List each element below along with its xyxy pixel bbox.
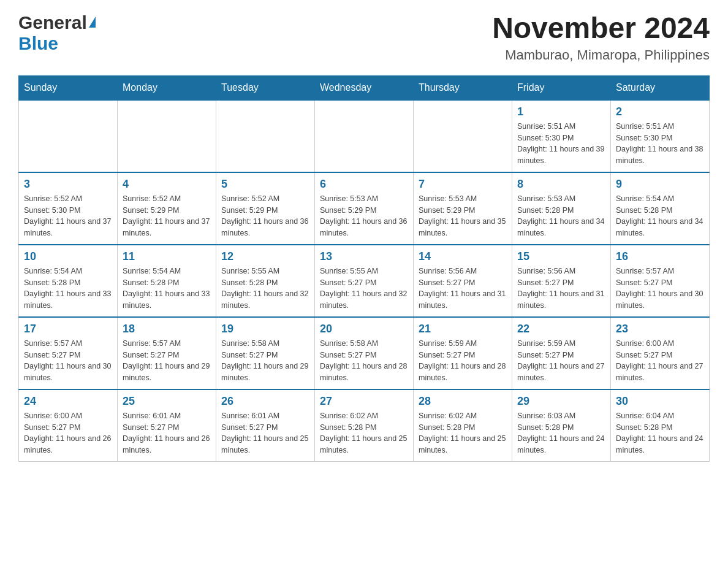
table-row: 11Sunrise: 5:54 AMSunset: 5:28 PMDayligh… — [118, 245, 216, 317]
table-row: 19Sunrise: 5:58 AMSunset: 5:27 PMDayligh… — [216, 317, 315, 389]
day-number: 13 — [320, 250, 408, 263]
day-number: 7 — [419, 178, 507, 191]
day-info: Sunrise: 5:54 AMSunset: 5:28 PMDaylight:… — [24, 266, 112, 312]
table-row: 29Sunrise: 6:03 AMSunset: 5:28 PMDayligh… — [512, 389, 611, 462]
table-row: 21Sunrise: 5:59 AMSunset: 5:27 PMDayligh… — [414, 317, 512, 389]
logo-blue-text: Blue — [18, 33, 58, 53]
day-info: Sunrise: 6:04 AMSunset: 5:28 PMDaylight:… — [616, 410, 704, 456]
header-thursday: Thursday — [414, 75, 512, 100]
day-info: Sunrise: 5:57 AMSunset: 5:27 PMDaylight:… — [616, 266, 704, 312]
day-number: 25 — [123, 395, 211, 408]
table-row: 16Sunrise: 5:57 AMSunset: 5:27 PMDayligh… — [611, 245, 710, 317]
day-number: 8 — [517, 178, 605, 191]
calendar-title: November 2024 — [492, 12, 710, 45]
header-saturday: Saturday — [611, 75, 710, 100]
table-row: 14Sunrise: 5:56 AMSunset: 5:27 PMDayligh… — [414, 245, 512, 317]
table-row: 20Sunrise: 5:58 AMSunset: 5:27 PMDayligh… — [315, 317, 414, 389]
table-row — [118, 100, 216, 172]
day-number: 29 — [517, 395, 605, 408]
header-friday: Friday — [512, 75, 611, 100]
table-row: 7Sunrise: 5:53 AMSunset: 5:29 PMDaylight… — [414, 172, 512, 245]
day-number: 11 — [123, 250, 211, 263]
table-row: 2Sunrise: 5:51 AMSunset: 5:30 PMDaylight… — [611, 100, 710, 172]
day-info: Sunrise: 5:52 AMSunset: 5:29 PMDaylight:… — [123, 193, 211, 239]
header-wednesday: Wednesday — [315, 75, 414, 100]
table-row: 6Sunrise: 5:53 AMSunset: 5:29 PMDaylight… — [315, 172, 414, 245]
day-info: Sunrise: 5:51 AMSunset: 5:30 PMDaylight:… — [517, 121, 605, 167]
day-number: 20 — [320, 323, 408, 335]
day-info: Sunrise: 5:53 AMSunset: 5:29 PMDaylight:… — [419, 193, 507, 239]
day-info: Sunrise: 6:02 AMSunset: 5:28 PMDaylight:… — [320, 410, 408, 456]
table-row: 13Sunrise: 5:55 AMSunset: 5:27 PMDayligh… — [315, 245, 414, 317]
day-info: Sunrise: 5:52 AMSunset: 5:29 PMDaylight:… — [221, 193, 309, 239]
day-info: Sunrise: 5:53 AMSunset: 5:28 PMDaylight:… — [517, 193, 605, 239]
day-number: 4 — [123, 178, 211, 191]
day-info: Sunrise: 6:02 AMSunset: 5:28 PMDaylight:… — [419, 410, 507, 456]
day-info: Sunrise: 5:51 AMSunset: 5:30 PMDaylight:… — [616, 121, 704, 167]
day-number: 5 — [221, 178, 309, 191]
day-number: 16 — [616, 250, 704, 263]
calendar-table: Sunday Monday Tuesday Wednesday Thursday… — [18, 75, 710, 462]
day-number: 19 — [221, 323, 309, 335]
day-info: Sunrise: 5:53 AMSunset: 5:29 PMDaylight:… — [320, 193, 408, 239]
day-number: 2 — [616, 105, 704, 118]
table-row: 30Sunrise: 6:04 AMSunset: 5:28 PMDayligh… — [611, 389, 710, 462]
day-info: Sunrise: 5:57 AMSunset: 5:27 PMDaylight:… — [24, 338, 112, 384]
day-number: 1 — [517, 105, 605, 118]
day-info: Sunrise: 6:00 AMSunset: 5:27 PMDaylight:… — [24, 410, 112, 456]
week-row-1: 1Sunrise: 5:51 AMSunset: 5:30 PMDaylight… — [19, 100, 710, 172]
day-number: 24 — [24, 395, 112, 408]
day-info: Sunrise: 5:54 AMSunset: 5:28 PMDaylight:… — [123, 266, 211, 312]
day-info: Sunrise: 5:55 AMSunset: 5:28 PMDaylight:… — [221, 266, 309, 312]
table-row: 18Sunrise: 5:57 AMSunset: 5:27 PMDayligh… — [118, 317, 216, 389]
calendar-subtitle: Mamburao, Mimaropa, Philippines — [492, 47, 710, 63]
day-number: 26 — [221, 395, 309, 408]
week-row-2: 3Sunrise: 5:52 AMSunset: 5:30 PMDaylight… — [19, 172, 710, 245]
day-info: Sunrise: 6:00 AMSunset: 5:27 PMDaylight:… — [616, 338, 704, 384]
day-info: Sunrise: 5:59 AMSunset: 5:27 PMDaylight:… — [419, 338, 507, 384]
day-number: 10 — [24, 250, 112, 263]
day-info: Sunrise: 5:52 AMSunset: 5:30 PMDaylight:… — [24, 193, 112, 239]
table-row: 12Sunrise: 5:55 AMSunset: 5:28 PMDayligh… — [216, 245, 315, 317]
table-row — [315, 100, 414, 172]
table-row — [19, 100, 118, 172]
table-row: 25Sunrise: 6:01 AMSunset: 5:27 PMDayligh… — [118, 389, 216, 462]
table-row: 26Sunrise: 6:01 AMSunset: 5:27 PMDayligh… — [216, 389, 315, 462]
day-info: Sunrise: 5:54 AMSunset: 5:28 PMDaylight:… — [616, 193, 704, 239]
day-info: Sunrise: 5:55 AMSunset: 5:27 PMDaylight:… — [320, 266, 408, 312]
table-row: 15Sunrise: 5:56 AMSunset: 5:27 PMDayligh… — [512, 245, 611, 317]
day-info: Sunrise: 5:58 AMSunset: 5:27 PMDaylight:… — [320, 338, 408, 384]
logo: General Blue — [18, 12, 96, 54]
table-row — [414, 100, 512, 172]
week-row-3: 10Sunrise: 5:54 AMSunset: 5:28 PMDayligh… — [19, 245, 710, 317]
day-number: 6 — [320, 178, 408, 191]
day-number: 30 — [616, 395, 704, 408]
header-sunday: Sunday — [19, 75, 118, 100]
day-number: 28 — [419, 395, 507, 408]
week-row-4: 17Sunrise: 5:57 AMSunset: 5:27 PMDayligh… — [19, 317, 710, 389]
table-row: 5Sunrise: 5:52 AMSunset: 5:29 PMDaylight… — [216, 172, 315, 245]
table-row: 1Sunrise: 5:51 AMSunset: 5:30 PMDaylight… — [512, 100, 611, 172]
table-row: 22Sunrise: 5:59 AMSunset: 5:27 PMDayligh… — [512, 317, 611, 389]
table-row: 27Sunrise: 6:02 AMSunset: 5:28 PMDayligh… — [315, 389, 414, 462]
header-tuesday: Tuesday — [216, 75, 315, 100]
day-number: 14 — [419, 250, 507, 263]
day-number: 18 — [123, 323, 211, 335]
day-number: 3 — [24, 178, 112, 191]
day-info: Sunrise: 5:56 AMSunset: 5:27 PMDaylight:… — [419, 266, 507, 312]
day-number: 21 — [419, 323, 507, 335]
day-info: Sunrise: 5:59 AMSunset: 5:27 PMDaylight:… — [517, 338, 605, 384]
table-row: 17Sunrise: 5:57 AMSunset: 5:27 PMDayligh… — [19, 317, 118, 389]
header-monday: Monday — [118, 75, 216, 100]
table-row: 10Sunrise: 5:54 AMSunset: 5:28 PMDayligh… — [19, 245, 118, 317]
calendar-header-row: Sunday Monday Tuesday Wednesday Thursday… — [19, 75, 710, 100]
logo-triangle-icon — [89, 17, 96, 28]
logo-general-text: General — [18, 12, 87, 33]
table-row: 9Sunrise: 5:54 AMSunset: 5:28 PMDaylight… — [611, 172, 710, 245]
title-block: November 2024 Mamburao, Mimaropa, Philip… — [492, 12, 710, 63]
table-row: 4Sunrise: 5:52 AMSunset: 5:29 PMDaylight… — [118, 172, 216, 245]
week-row-5: 24Sunrise: 6:00 AMSunset: 5:27 PMDayligh… — [19, 389, 710, 462]
page-header: General Blue November 2024 Mamburao, Mim… — [18, 12, 710, 63]
day-info: Sunrise: 5:58 AMSunset: 5:27 PMDaylight:… — [221, 338, 309, 384]
day-number: 15 — [517, 250, 605, 263]
